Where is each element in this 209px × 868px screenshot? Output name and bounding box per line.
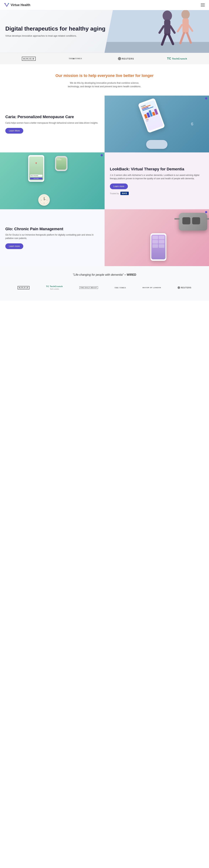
map-cta-label: Call to Visitor	[30, 178, 42, 179]
product-card-caria: Caria: Personalized Menopause Care Caria…	[0, 96, 209, 152]
bottom-times-logo: THE TIMES	[114, 287, 126, 289]
reuters-icon	[118, 57, 121, 60]
map-address-label: Terry's Favorites	[30, 175, 42, 177]
lookback-description: 1 in 3 seniors dies with Alzheimer's or …	[110, 174, 204, 180]
bottom-press-reuters: REUTERS	[178, 286, 191, 289]
svg-point-10	[181, 10, 189, 19]
lookback-dot-indicator	[101, 154, 103, 156]
bottom-mayor-logo: MAYOR OF LONDON	[143, 287, 161, 288]
svg-rect-3	[105, 42, 209, 53]
press-reuters: REUTERS	[118, 57, 134, 60]
hero-content: Digital therapeutics for healthy aging V…	[0, 18, 111, 45]
vr-strap-right	[206, 218, 209, 220]
vr-strap-left	[174, 218, 180, 220]
product-card-lookback: 📍 Terry's Favorites Call to Visitor Terr…	[0, 152, 209, 209]
caria-description: Caria helps women have a better menopaus…	[5, 121, 99, 125]
bottom-press-daily-beast: THE DAILY BEAST	[79, 286, 98, 289]
hero-subtitle: Virtue develops innovative approaches to…	[5, 34, 105, 38]
svg-rect-11	[182, 18, 188, 33]
caria-learn-more-button[interactable]: Learn More	[5, 128, 23, 133]
watch-screen: Terry'sFavorites	[56, 157, 66, 169]
hamburger-line-1	[201, 4, 205, 4]
caria-text-panel: Caria: Personalized Menopause Care Caria…	[0, 96, 105, 152]
vr-headset-prop	[179, 213, 207, 230]
svg-rect-5	[164, 20, 170, 35]
glo-image-panel	[105, 209, 209, 266]
glo-icon-1	[152, 236, 158, 239]
caria-dot-indicator	[205, 97, 207, 99]
bottom-wired-logo: W|R|E|D	[18, 286, 30, 289]
glo-icon-4	[159, 240, 165, 244]
bottom-techcrunch-logo: TC TechCrunch	[46, 285, 63, 287]
bottom-techcrunch-sub: Tech London	[50, 288, 59, 290]
hero-title: Digital therapeutics for healthy aging	[5, 25, 105, 32]
bottom-press-wired: W|R|E|D	[18, 286, 30, 289]
hamburger-line-2	[201, 5, 205, 5]
nhs-badge: NHS	[120, 192, 129, 195]
vr-lens-left	[182, 217, 190, 224]
map-pin-icon: 📍	[35, 162, 37, 165]
sleep-mask-prop	[146, 140, 168, 149]
caria-phone-screen: Insights 70% 20%	[139, 100, 164, 131]
hero-image	[105, 10, 209, 53]
clock-face-svg: 12 3 6 9	[40, 195, 48, 205]
watch-label: Terry'sFavorites	[56, 157, 66, 161]
caria-screen-content: Insights 70% 20%	[139, 100, 161, 123]
glo-title: Glo: Chronic Pain Management	[5, 226, 99, 231]
glo-description: Glo for Oculus is our immersive therapeu…	[5, 233, 99, 240]
quote-attribution: – WIRED	[124, 273, 136, 276]
product-card-glo: Glo: Chronic Pain Management Glo for Ocu…	[0, 209, 209, 266]
mission-section: Our mission is to help everyone live bet…	[0, 64, 209, 96]
lookback-watch-mockup: Terry'sFavorites	[55, 156, 67, 171]
glo-icon-3	[152, 240, 158, 244]
glo-learn-more-button[interactable]: Learn more	[5, 243, 23, 249]
glo-phone-mockup	[150, 233, 166, 261]
clock-prop: 12 3 6 9	[38, 194, 50, 206]
glo-dot-indicator	[205, 211, 207, 213]
lookback-learn-more-button[interactable]: Learn more	[110, 184, 128, 189]
caria-stat-6: 6	[191, 122, 193, 126]
brand-name: Virtue Health	[11, 3, 30, 7]
quote-section: "Life-changing for people with dementia"…	[0, 266, 209, 301]
runners-illustration	[105, 10, 209, 53]
times-logo-icon: THE ⛰ TIMES	[69, 57, 85, 60]
glo-app-grid	[151, 235, 166, 249]
bottom-reuters-logo: REUTERS	[178, 286, 191, 289]
vr-lens-right	[192, 217, 200, 224]
mission-subtitle: We do this by developing innovative prod…	[67, 81, 142, 89]
press-times: THE ⛰ TIMES	[69, 57, 85, 61]
logo-container[interactable]: Virtue Health	[4, 2, 30, 7]
caria-image-panel: Insights 70% 20% 6	[105, 96, 209, 152]
glo-icon-5	[152, 244, 158, 248]
bottom-daily-beast-logo: THE DAILY BEAST	[79, 286, 98, 289]
bottom-press-mayor: MAYOR OF LONDON	[143, 287, 161, 288]
caria-title: Caria: Personalized Menopause Care	[5, 115, 99, 120]
page-footer-spacer	[0, 301, 209, 311]
hamburger-menu[interactable]	[201, 4, 205, 6]
press-techcrunch: TC TechCrunch	[167, 57, 187, 60]
svg-point-4	[163, 10, 172, 21]
navbar: Virtue Health	[0, 0, 209, 10]
bottom-press-bar: W|R|E|D TC TechCrunch Tech London THE DA…	[5, 282, 204, 293]
svg-text:⛰: ⛰	[73, 57, 75, 60]
svg-point-1	[8, 3, 9, 4]
trusted-label: Trusted by	[110, 192, 119, 194]
glo-icon-2	[159, 236, 165, 239]
quote-text: "Life-changing for people with dementia"…	[5, 273, 204, 276]
glo-phone-screen	[151, 235, 166, 259]
glo-text-panel: Glo: Chronic Pain Management Glo for Ocu…	[0, 209, 105, 266]
virtue-logo-icon	[4, 2, 9, 7]
quote-body: "Life-changing for people with dementia"	[73, 273, 124, 276]
lookback-text-panel: LookBack: Virtual Therapy for Dementia 1…	[105, 152, 209, 209]
bottom-press-times: THE TIMES	[114, 287, 126, 289]
glo-icon-6	[159, 244, 165, 248]
press-bar: W|R|E|D THE ⛰ TIMES REUTERS TC TechCrunc…	[0, 53, 209, 64]
bottom-press-techcrunch: TC TechCrunch Tech London	[46, 285, 63, 290]
lookback-map-screen: 📍 Terry's Favorites Call to Visitor	[29, 156, 43, 180]
lookback-title: LookBack: Virtual Therapy for Dementia	[110, 167, 204, 172]
caria-phone-mockup: Insights 70% 20%	[138, 98, 165, 133]
svg-point-0	[4, 3, 5, 4]
lookback-phone-mockup: 📍 Terry's Favorites Call to Visitor	[28, 155, 44, 182]
svg-text:TIMES: TIMES	[75, 57, 82, 60]
vr-lenses	[182, 217, 200, 224]
